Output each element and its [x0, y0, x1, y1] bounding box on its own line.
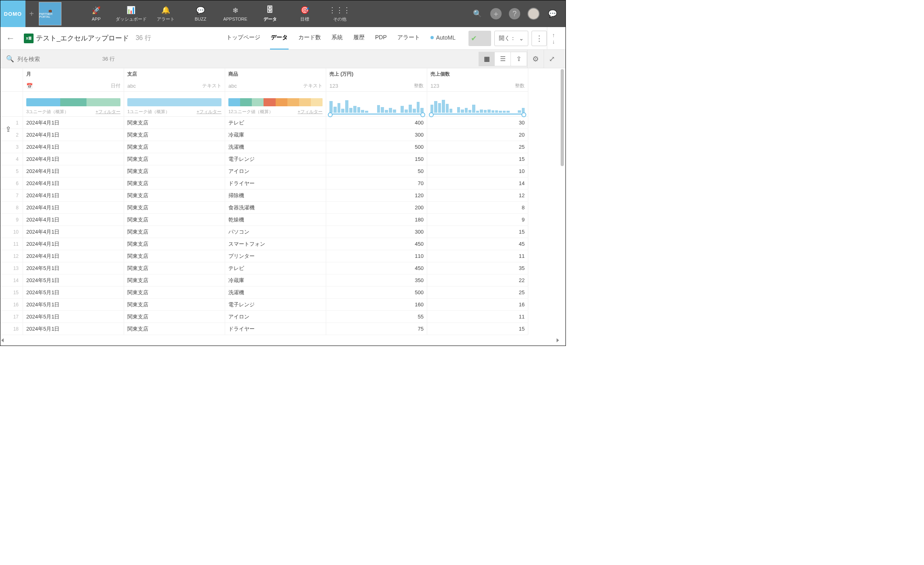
- cell-sales[interactable]: 50: [326, 165, 427, 177]
- cell-sales[interactable]: 400: [326, 117, 427, 129]
- cell-month[interactable]: 2024年4月1日: [23, 250, 124, 262]
- tab-アラート[interactable]: アラート: [397, 27, 421, 50]
- row-number[interactable]: 18: [0, 323, 23, 335]
- cell-branch[interactable]: 関東支店: [124, 311, 225, 323]
- cell-product[interactable]: 冷蔵庫: [225, 129, 326, 141]
- cell-qty[interactable]: 45: [427, 238, 528, 250]
- nav-item-BUZZ[interactable]: 💬BUZZ: [183, 0, 218, 27]
- cell-sales[interactable]: 300: [326, 129, 427, 141]
- row-number[interactable]: 2: [0, 129, 23, 141]
- tab-トップページ[interactable]: トップページ: [226, 27, 261, 50]
- cell-branch[interactable]: 関東支店: [124, 129, 225, 141]
- tab-automl[interactable]: AutoML: [430, 27, 456, 50]
- cell-month[interactable]: 2024年4月1日: [23, 238, 124, 250]
- row-number[interactable]: 8: [0, 202, 23, 214]
- sort-rail[interactable]: ↑ ↓: [547, 27, 560, 50]
- cell-qty[interactable]: 11: [427, 311, 528, 323]
- cell-branch[interactable]: 関東支店: [124, 274, 225, 287]
- cell-sales[interactable]: 300: [326, 226, 427, 238]
- row-number[interactable]: 17: [0, 311, 23, 323]
- cell-branch[interactable]: 関東支店: [124, 299, 225, 311]
- tab-データ[interactable]: データ: [270, 27, 289, 50]
- column-profile-支店[interactable]: 1ユニーク値（概算）+フィルター: [124, 92, 225, 117]
- cell-month[interactable]: 2024年4月1日: [23, 141, 124, 153]
- cell-month[interactable]: 2024年5月1日: [23, 262, 124, 274]
- cell-product[interactable]: ドライヤー: [225, 177, 326, 190]
- cell-product[interactable]: パソコン: [225, 226, 326, 238]
- nav-item-アラート[interactable]: 🔔アラート: [148, 0, 183, 27]
- cell-month[interactable]: 2024年5月1日: [23, 287, 124, 299]
- row-number[interactable]: 12: [0, 250, 23, 262]
- cell-sales[interactable]: 120: [326, 190, 427, 202]
- cell-branch[interactable]: 関東支店: [124, 262, 225, 274]
- cell-month[interactable]: 2024年4月1日: [23, 117, 124, 129]
- tab-履歴[interactable]: 履歴: [352, 27, 365, 50]
- cell-qty[interactable]: 9: [427, 214, 528, 226]
- cell-sales[interactable]: 110: [326, 250, 427, 262]
- cell-month[interactable]: 2024年4月1日: [23, 153, 124, 165]
- cell-sales[interactable]: 500: [326, 287, 427, 299]
- cell-product[interactable]: 食器洗濯機: [225, 202, 326, 214]
- cell-sales[interactable]: 200: [326, 202, 427, 214]
- horizontal-scrollbar[interactable]: [0, 338, 560, 342]
- cell-month[interactable]: 2024年4月1日: [23, 129, 124, 141]
- row-number[interactable]: 4: [0, 153, 23, 165]
- column-profile-売上個数[interactable]: [427, 92, 528, 117]
- chat-icon[interactable]: 💬: [547, 8, 558, 19]
- settings-icon[interactable]: ⚙: [532, 55, 539, 63]
- cell-sales[interactable]: 150: [326, 153, 427, 165]
- row-number[interactable]: 7: [0, 190, 23, 202]
- cell-branch[interactable]: 関東支店: [124, 214, 225, 226]
- cell-month[interactable]: 2024年4月1日: [23, 177, 124, 190]
- cell-qty[interactable]: 20: [427, 129, 528, 141]
- column-header-売上 (万円)[interactable]: 売上 (万円) 123整数: [326, 68, 427, 92]
- row-number[interactable]: 9: [0, 214, 23, 226]
- column-search-input[interactable]: [17, 56, 90, 62]
- search-icon[interactable]: 🔍: [472, 8, 483, 19]
- cell-qty[interactable]: 25: [427, 141, 528, 153]
- cell-qty[interactable]: 8: [427, 202, 528, 214]
- expand-icon[interactable]: ⤢: [549, 55, 555, 63]
- tab-PDP[interactable]: PDP: [374, 27, 388, 50]
- cell-qty[interactable]: 22: [427, 274, 528, 287]
- vertical-scrollbar[interactable]: [560, 68, 565, 342]
- row-number[interactable]: 14: [0, 274, 23, 287]
- row-number[interactable]: 3: [0, 141, 23, 153]
- cell-product[interactable]: テレビ: [225, 262, 326, 274]
- add-tile-button[interactable]: +: [25, 0, 38, 27]
- cell-branch[interactable]: 関東支店: [124, 117, 225, 129]
- cell-sales[interactable]: 500: [326, 141, 427, 153]
- cell-sales[interactable]: 75: [326, 323, 427, 335]
- cell-qty[interactable]: 10: [427, 165, 528, 177]
- row-number[interactable]: 6: [0, 177, 23, 190]
- cell-qty[interactable]: 15: [427, 323, 528, 335]
- avatar[interactable]: [527, 8, 540, 20]
- profile-toggle-icon[interactable]: ⇪: [5, 125, 11, 134]
- back-arrow-icon[interactable]: ←: [6, 33, 15, 44]
- partner-portal-tile[interactable]: 💼 PARTNER PORTAL: [39, 2, 61, 25]
- cell-product[interactable]: 冷蔵庫: [225, 274, 326, 287]
- cell-qty[interactable]: 15: [427, 153, 528, 165]
- cell-branch[interactable]: 関東支店: [124, 165, 225, 177]
- cell-sales[interactable]: 55: [326, 311, 427, 323]
- cell-product[interactable]: プリンター: [225, 250, 326, 262]
- add-filter-link[interactable]: +フィルター: [298, 109, 323, 115]
- tab-カード数[interactable]: カード数: [297, 27, 322, 50]
- row-number[interactable]: 10: [0, 226, 23, 238]
- view-list-button[interactable]: ☰: [495, 52, 511, 66]
- cell-product[interactable]: アイロン: [225, 165, 326, 177]
- cell-qty[interactable]: 30: [427, 117, 528, 129]
- cell-sales[interactable]: 160: [326, 299, 427, 311]
- add-filter-link[interactable]: +フィルター: [197, 109, 222, 115]
- cell-sales[interactable]: 450: [326, 262, 427, 274]
- cell-sales[interactable]: 180: [326, 214, 427, 226]
- cell-branch[interactable]: 関東支店: [124, 141, 225, 153]
- cell-product[interactable]: 電子レンジ: [225, 153, 326, 165]
- cell-branch[interactable]: 関東支店: [124, 202, 225, 214]
- column-profile-売上 (万円)[interactable]: [326, 92, 427, 117]
- row-number[interactable]: 11: [0, 238, 23, 250]
- column-profile-月[interactable]: 3ユニーク値（概算）+フィルター: [23, 92, 124, 117]
- range-slider[interactable]: [329, 114, 424, 115]
- add-filter-link[interactable]: +フィルター: [96, 109, 120, 115]
- add-button[interactable]: ＋: [490, 8, 502, 19]
